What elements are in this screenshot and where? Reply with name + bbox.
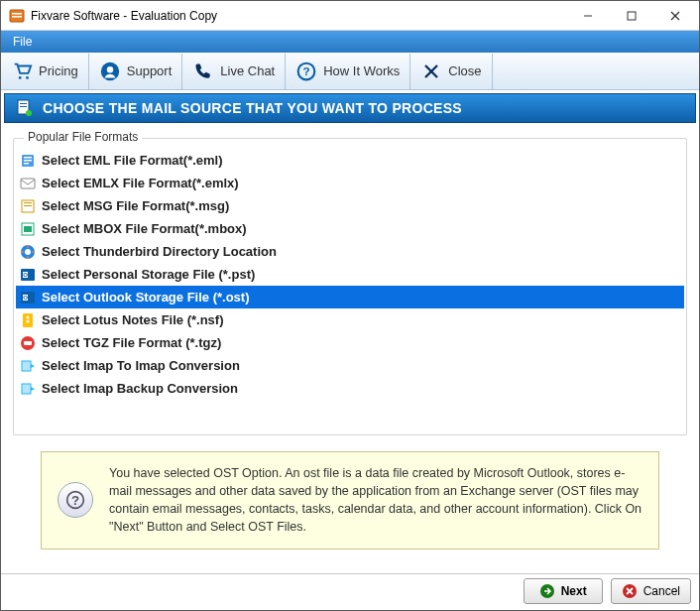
close-icon xyxy=(420,61,442,82)
next-label: Next xyxy=(561,584,587,598)
banner: CHOOSE THE MAIL SOURCE THAT YOU WANT TO … xyxy=(4,93,696,123)
format-icon xyxy=(20,312,36,328)
svg-rect-16 xyxy=(20,103,27,104)
format-item[interactable]: Select MSG File Format(*.msg) xyxy=(16,194,684,217)
format-label: Select EMLX File Format(*.emlx) xyxy=(42,176,239,190)
svg-point-18 xyxy=(26,110,32,116)
svg-rect-22 xyxy=(24,163,29,165)
banner-text: CHOOSE THE MAIL SOURCE THAT YOU WANT TO … xyxy=(43,100,462,116)
svg-point-8 xyxy=(26,76,29,79)
format-icon xyxy=(20,198,36,214)
format-item[interactable]: Select Imap To Imap Conversion xyxy=(16,354,684,377)
format-icon xyxy=(20,381,36,397)
footer: Next Cancel xyxy=(524,578,691,604)
cancel-icon xyxy=(622,583,638,599)
pricing-label: Pricing xyxy=(39,63,78,78)
format-item[interactable]: OSelect Personal Storage File (*.pst) xyxy=(16,263,684,286)
cancel-label: Cancel xyxy=(643,584,680,598)
headset-icon xyxy=(99,61,121,82)
menu-bar: File xyxy=(1,31,699,53)
phone-icon xyxy=(192,61,214,82)
format-label: Select Lotus Notes File (*.nsf) xyxy=(42,312,223,327)
svg-rect-28 xyxy=(24,226,32,232)
svg-rect-26 xyxy=(24,205,32,206)
popular-formats-group: Popular File Formats Select EML File For… xyxy=(13,138,687,435)
format-icon xyxy=(20,153,36,169)
group-title: Popular File Formats xyxy=(24,130,142,144)
footer-separator xyxy=(1,573,699,574)
format-label: Select Personal Storage File (*.pst) xyxy=(42,267,255,282)
svg-point-7 xyxy=(19,76,22,79)
svg-rect-42 xyxy=(22,361,31,371)
format-item[interactable]: Select Imap Backup Conversion xyxy=(16,377,684,400)
svg-rect-21 xyxy=(24,160,32,162)
format-item[interactable]: OSelect Outlook Storage File (*.ost) xyxy=(16,286,684,308)
svg-point-30 xyxy=(25,249,31,255)
format-item[interactable]: Select TGZ File Format (*.tgz) xyxy=(16,331,684,354)
svg-point-39 xyxy=(27,319,30,322)
svg-rect-23 xyxy=(21,179,35,188)
info-text: You have selected OST Option. An ost fil… xyxy=(109,464,642,537)
next-button[interactable]: Next xyxy=(524,578,603,604)
svg-rect-43 xyxy=(22,384,31,394)
window-title: Fixvare Software - Evaluation Copy xyxy=(31,9,566,23)
format-label: Select Thunderbird Directory Location xyxy=(42,244,277,259)
menu-file[interactable]: File xyxy=(5,33,40,51)
close-button[interactable]: Close xyxy=(410,54,492,89)
info-icon: ? xyxy=(58,482,93,518)
maximize-button[interactable] xyxy=(610,2,653,30)
support-label: Support xyxy=(127,63,173,78)
svg-rect-1 xyxy=(12,13,22,15)
document-icon xyxy=(15,99,33,117)
format-icon: O xyxy=(20,290,36,306)
svg-rect-17 xyxy=(20,106,27,107)
svg-point-10 xyxy=(107,65,113,71)
format-label: Select Imap To Imap Conversion xyxy=(42,358,240,373)
svg-rect-41 xyxy=(24,341,32,345)
format-item[interactable]: Select Lotus Notes File (*.nsf) xyxy=(16,308,684,331)
cancel-button[interactable]: Cancel xyxy=(611,578,691,604)
info-panel: ? You have selected OST Option. An ost f… xyxy=(41,451,659,550)
svg-rect-4 xyxy=(628,12,636,20)
format-icon xyxy=(20,176,36,191)
app-icon xyxy=(9,8,25,24)
format-icon: O xyxy=(20,267,36,283)
format-item[interactable]: Select EMLX File Format(*.emlx) xyxy=(16,172,684,194)
svg-text:O: O xyxy=(23,295,28,301)
format-label: Select Outlook Storage File (*.ost) xyxy=(42,290,249,305)
close-label: Close xyxy=(448,63,481,78)
format-icon xyxy=(20,335,36,351)
svg-text:?: ? xyxy=(71,493,79,508)
format-label: Select Imap Backup Conversion xyxy=(42,381,238,396)
format-label: Select MBOX File Format(*.mbox) xyxy=(42,221,247,236)
window-close-button[interactable] xyxy=(653,2,697,30)
support-button[interactable]: Support xyxy=(89,54,183,89)
format-label: Select EML File Format(*.eml) xyxy=(42,153,223,168)
svg-rect-2 xyxy=(12,16,22,18)
format-icon xyxy=(20,358,36,374)
format-list: Select EML File Format(*.eml)Select EMLX… xyxy=(16,149,684,400)
cart-icon xyxy=(11,61,33,82)
svg-rect-25 xyxy=(24,202,32,203)
format-label: Select MSG File Format(*.msg) xyxy=(42,198,229,213)
svg-text:O: O xyxy=(23,272,28,278)
arrow-right-icon xyxy=(539,583,555,599)
how-it-works-label: How It Works xyxy=(323,63,400,78)
format-item[interactable]: Select MBOX File Format(*.mbox) xyxy=(16,217,684,240)
format-icon xyxy=(20,244,36,260)
question-icon: ? xyxy=(295,61,317,82)
title-bar: Fixvare Software - Evaluation Copy xyxy=(1,1,699,31)
format-icon xyxy=(20,221,36,237)
svg-rect-20 xyxy=(24,157,32,159)
format-item[interactable]: Select EML File Format(*.eml) xyxy=(16,149,684,172)
toolbar: Pricing Support Live Chat ? How It Works… xyxy=(1,53,699,90)
how-it-works-button[interactable]: ? How It Works xyxy=(286,54,410,89)
minimize-button[interactable] xyxy=(566,2,610,30)
live-chat-button[interactable]: Live Chat xyxy=(182,54,286,89)
svg-text:?: ? xyxy=(303,64,310,77)
format-item[interactable]: Select Thunderbird Directory Location xyxy=(16,240,684,263)
pricing-button[interactable]: Pricing xyxy=(1,54,89,89)
live-chat-label: Live Chat xyxy=(220,63,275,78)
svg-point-38 xyxy=(27,315,30,318)
format-label: Select TGZ File Format (*.tgz) xyxy=(42,335,221,350)
